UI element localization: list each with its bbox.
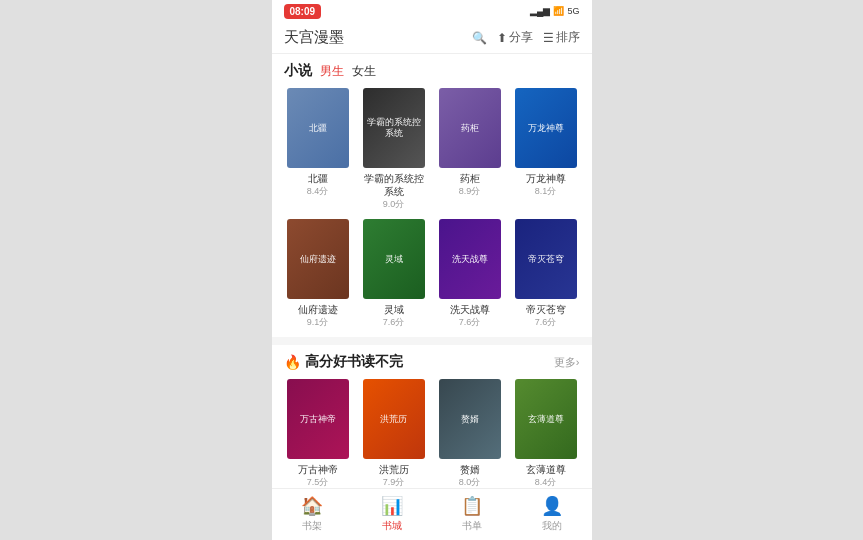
profile-icon: 👤: [541, 495, 563, 517]
high-score-title: 高分好书读不完: [305, 353, 403, 371]
novel-tab-male[interactable]: 男生: [320, 63, 344, 80]
book-item[interactable]: 万古神帝 万古神帝 7.5分: [284, 379, 352, 488]
header-actions: 🔍 ⬆ 分享 ☰ 排序: [472, 29, 580, 46]
bookstore-icon: 📊: [381, 495, 403, 517]
signal-icon: ▂▄▆: [530, 6, 550, 16]
rank-button[interactable]: ☰ 排序: [543, 29, 580, 46]
nav-item-booklist[interactable]: 📋 书单: [432, 495, 512, 536]
novel-tab-female[interactable]: 女生: [352, 63, 376, 80]
nav-label-bookshelf: 书架: [302, 519, 322, 533]
book-cover: 洪荒历: [363, 379, 425, 459]
book-cover: 万龙神尊: [515, 88, 577, 168]
book-score: 8.9分: [459, 185, 481, 198]
nav-label-booklist: 书单: [462, 519, 482, 533]
book-title: 赘婿: [460, 463, 480, 476]
book-cover: 赘婿: [439, 379, 501, 459]
book-item[interactable]: 洪荒历 洪荒历 7.9分: [360, 379, 428, 488]
status-bar: 08:09 ▂▄▆ 📶 5G: [272, 0, 592, 22]
book-score: 7.6分: [459, 316, 481, 329]
book-item[interactable]: 学霸的系统控系统 学霸的系统控系统 9.0分: [360, 88, 428, 211]
search-icon: 🔍: [472, 31, 487, 45]
book-item[interactable]: 赘婿 赘婿 8.0分: [436, 379, 504, 488]
book-item[interactable]: 灵域 灵域 7.6分: [360, 219, 428, 329]
status-time: 08:09: [284, 4, 322, 19]
nav-label-bookstore: 书城: [382, 519, 402, 533]
book-cover: 灵域: [363, 219, 425, 299]
content-area: 小说 男生 女生 北疆 北疆 8.4分 学霸的系统控系统: [272, 54, 592, 488]
book-score: 9.1分: [307, 316, 329, 329]
nav-label-profile: 我的: [542, 519, 562, 533]
book-item[interactable]: 药柜 药柜 8.9分: [436, 88, 504, 211]
phone-container: 08:09 ▂▄▆ 📶 5G 天宫漫墨 🔍 ⬆ 分享 ☰ 排序: [272, 0, 592, 540]
nav-item-profile[interactable]: 👤 我的: [512, 495, 592, 536]
book-title: 玄薄道尊: [526, 463, 566, 476]
book-score: 9.0分: [383, 198, 405, 211]
book-item[interactable]: 帝灭苍穹 帝灭苍穹 7.6分: [512, 219, 580, 329]
novel-section-title: 小说: [284, 62, 312, 80]
novel-section: 小说 男生 女生 北疆 北疆 8.4分 学霸的系统控系统: [272, 54, 592, 337]
book-item[interactable]: 玄薄道尊 玄薄道尊 8.4分: [512, 379, 580, 488]
book-score: 7.5分: [307, 476, 329, 488]
bottom-nav: 🏠 书架 📊 书城 📋 书单 👤 我的: [272, 488, 592, 540]
book-score: 7.6分: [383, 316, 405, 329]
book-cover: 帝灭苍穹: [515, 219, 577, 299]
high-score-section: 🔥 高分好书读不完 更多 › 万古神帝 万古神帝 7.5分: [272, 345, 592, 488]
book-cover: 北疆: [287, 88, 349, 168]
book-cover: 洗天战尊: [439, 219, 501, 299]
book-cover: 药柜: [439, 88, 501, 168]
high-score-more[interactable]: 更多 ›: [554, 355, 580, 370]
status-icons: ▂▄▆ 📶 5G: [530, 6, 579, 16]
battery-icon: 5G: [567, 6, 579, 16]
book-score: 7.6分: [535, 316, 557, 329]
book-item[interactable]: 万龙神尊 万龙神尊 8.1分: [512, 88, 580, 211]
high-score-title-group: 🔥 高分好书读不完: [284, 353, 403, 371]
share-icon: ⬆: [497, 31, 507, 45]
book-score: 8.4分: [535, 476, 557, 488]
book-title: 仙府遗迹: [298, 303, 338, 316]
book-title: 洪荒历: [379, 463, 409, 476]
book-cover: 玄薄道尊: [515, 379, 577, 459]
book-title: 帝灭苍穹: [526, 303, 566, 316]
book-title: 药柜: [460, 172, 480, 185]
book-item[interactable]: 北疆 北疆 8.4分: [284, 88, 352, 211]
header-title: 天宫漫墨: [284, 28, 344, 47]
high-score-books-grid: 万古神帝 万古神帝 7.5分 洪荒历 洪荒历 7.9分 赘婿 赘婿: [284, 379, 580, 488]
book-title: 洗天战尊: [450, 303, 490, 316]
book-item[interactable]: 洗天战尊 洗天战尊 7.6分: [436, 219, 504, 329]
nav-item-bookshelf[interactable]: 🏠 书架: [272, 495, 352, 536]
rank-icon: ☰: [543, 31, 554, 45]
book-cover: 仙府遗迹: [287, 219, 349, 299]
book-title: 万龙神尊: [526, 172, 566, 185]
share-button[interactable]: ⬆ 分享: [497, 29, 533, 46]
book-title: 万古神帝: [298, 463, 338, 476]
book-score: 8.1分: [535, 185, 557, 198]
high-score-section-header: 🔥 高分好书读不完 更多 ›: [284, 353, 580, 371]
book-title: 灵域: [384, 303, 404, 316]
fire-icon: 🔥: [284, 354, 301, 370]
novel-title-group: 小说 男生 女生: [284, 62, 376, 80]
book-score: 7.9分: [383, 476, 405, 488]
book-cover: 学霸的系统控系统: [363, 88, 425, 168]
novel-books-grid: 北疆 北疆 8.4分 学霸的系统控系统 学霸的系统控系统 9.0分 药柜: [284, 88, 580, 329]
search-button[interactable]: 🔍: [472, 31, 487, 45]
book-score: 8.4分: [307, 185, 329, 198]
booklist-icon: 📋: [461, 495, 483, 517]
wifi-icon: 📶: [553, 6, 564, 16]
book-title: 学霸的系统控系统: [363, 172, 425, 198]
book-cover: 万古神帝: [287, 379, 349, 459]
chevron-right-icon: ›: [576, 356, 580, 368]
header: 天宫漫墨 🔍 ⬆ 分享 ☰ 排序: [272, 22, 592, 54]
novel-section-header: 小说 男生 女生: [284, 62, 580, 80]
book-item[interactable]: 仙府遗迹 仙府遗迹 9.1分: [284, 219, 352, 329]
nav-item-bookstore[interactable]: 📊 书城: [352, 495, 432, 536]
bookshelf-icon: 🏠: [301, 495, 323, 517]
book-title: 北疆: [308, 172, 328, 185]
book-score: 8.0分: [459, 476, 481, 488]
